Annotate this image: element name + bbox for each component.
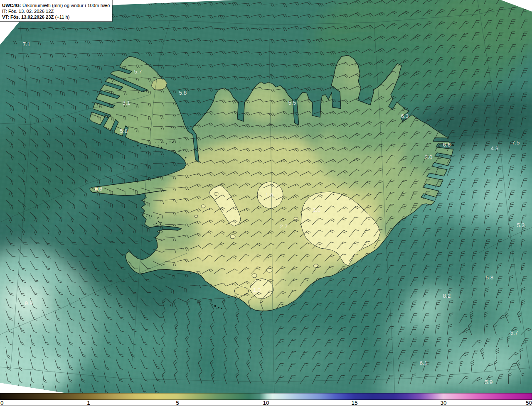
svg-text:2.6: 2.6 xyxy=(95,186,103,192)
svg-text:IT: Fös. 13. 02. 2026 12Z: IT: Fös. 13. 02. 2026 12Z xyxy=(2,9,54,14)
svg-text:6.3: 6.3 xyxy=(401,113,409,119)
svg-text:4.3: 4.3 xyxy=(491,145,499,152)
svg-text:5.7: 5.7 xyxy=(134,68,142,75)
svg-text:0: 0 xyxy=(0,400,4,406)
svg-text:15: 15 xyxy=(351,400,357,406)
svg-text:30: 30 xyxy=(440,400,446,406)
svg-text:5.8: 5.8 xyxy=(179,90,187,96)
svg-text:5.5: 5.5 xyxy=(288,100,296,106)
svg-text:9.8: 9.8 xyxy=(25,300,33,306)
svg-text:1.0: 1.0 xyxy=(253,287,261,293)
svg-text:5.8: 5.8 xyxy=(120,128,128,134)
svg-text:1: 1 xyxy=(87,400,90,406)
svg-text:8.2: 8.2 xyxy=(443,293,451,299)
svg-text:VT: Fös. 13.02.2026 23Z (+11 h: VT: Fös. 13.02.2026 23Z (+11 h) xyxy=(2,15,70,20)
svg-text:3.1: 3.1 xyxy=(123,100,131,106)
svg-text:2.7: 2.7 xyxy=(280,223,288,230)
svg-text:2.0: 2.0 xyxy=(425,154,433,160)
svg-text:5.3: 5.3 xyxy=(517,222,525,228)
svg-text:7.5: 7.5 xyxy=(512,139,520,146)
svg-text:5.8: 5.8 xyxy=(486,274,494,281)
svg-text:1.0: 1.0 xyxy=(313,207,321,213)
svg-text:6.6: 6.6 xyxy=(443,142,451,148)
svg-text:10: 10 xyxy=(263,400,269,406)
svg-text:5.7: 5.7 xyxy=(510,330,518,336)
svg-text:5: 5 xyxy=(176,400,179,406)
svg-text:1.0: 1.0 xyxy=(266,192,273,198)
svg-text:7.1: 7.1 xyxy=(23,41,31,47)
svg-text:50: 50 xyxy=(526,400,532,406)
svg-text:5.9: 5.9 xyxy=(485,379,493,385)
svg-text:6.1: 6.1 xyxy=(420,360,428,366)
svg-text:UWC/IG: Úrkomumætti (mm) og vi: UWC/IG: Úrkomumætti (mm) og vindur í 100… xyxy=(2,3,110,8)
